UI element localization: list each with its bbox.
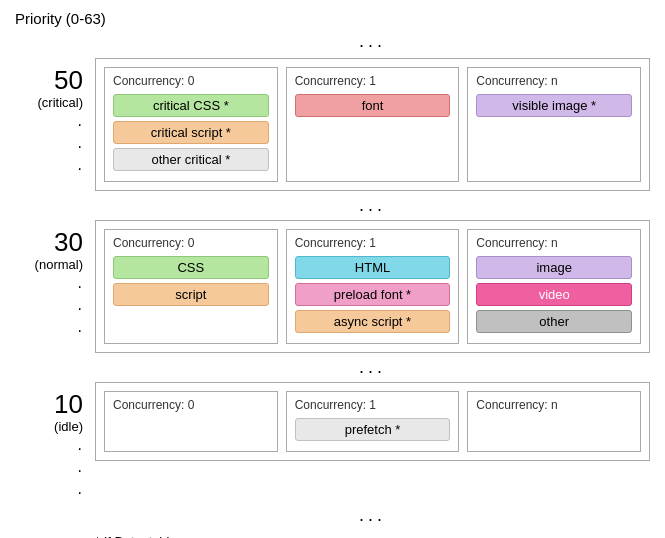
concurrency-label-critical-2: Concurrency: n <box>476 74 632 88</box>
resource-item-normal-2-2: other <box>476 310 632 333</box>
resource-item-critical-0-2: other critical * <box>113 148 269 171</box>
dots-header: ... <box>95 31 650 52</box>
resource-item-normal-1-0: HTML <box>295 256 451 279</box>
resource-item-normal-2-0: image <box>476 256 632 279</box>
resource-item-critical-0-0: critical CSS * <box>113 94 269 117</box>
concurrency-label-critical-0: Concurrency: 0 <box>113 74 269 88</box>
concurrency-col-idle-0: Concurrency: 0 <box>104 391 278 452</box>
concurrency-col-critical-1: Concurrency: 1font <box>286 67 460 182</box>
concurrency-label-critical-1: Concurrency: 1 <box>295 74 451 88</box>
priority-dots-critical: ... <box>15 110 83 177</box>
priority-name-idle: (idle) <box>15 419 83 434</box>
resource-item-normal-2-1: video <box>476 283 632 306</box>
priority-dots-normal: ... <box>15 272 83 339</box>
dots-between-1: ... <box>95 357 650 378</box>
priority-row-normal: 30(normal)...Concurrency: 0CSSscriptConc… <box>15 220 650 353</box>
concurrency-col-idle-1: Concurrency: 1prefetch * <box>286 391 460 452</box>
page-title: Priority (0-63) <box>15 10 650 27</box>
concurrency-label-idle-0: Concurrency: 0 <box>113 398 269 412</box>
resource-item-normal-0-1: script <box>113 283 269 306</box>
concurrency-col-normal-2: Concurrency: nimagevideoother <box>467 229 641 344</box>
concurrency-label-normal-0: Concurrency: 0 <box>113 236 269 250</box>
concurrency-label-normal-2: Concurrency: n <box>476 236 632 250</box>
concurrency-col-normal-0: Concurrency: 0CSSscript <box>104 229 278 344</box>
concurrency-col-critical-2: Concurrency: nvisible image * <box>467 67 641 182</box>
resource-item-critical-0-1: critical script * <box>113 121 269 144</box>
concurrency-col-critical-0: Concurrency: 0critical CSS *critical scr… <box>104 67 278 182</box>
priority-number-critical: 50 <box>15 66 83 95</box>
footnote: * If Detectable <box>95 534 650 538</box>
concurrency-col-idle-2: Concurrency: n <box>467 391 641 452</box>
priority-label-idle: 10(idle)... <box>15 382 95 501</box>
priority-number-normal: 30 <box>15 228 83 257</box>
priority-row-critical: 50(critical)...Concurrency: 0critical CS… <box>15 58 650 191</box>
priority-row-idle: 10(idle)...Concurrency: 0Concurrency: 1p… <box>15 382 650 501</box>
priority-dots-idle: ... <box>15 434 83 501</box>
concurrency-label-idle-2: Concurrency: n <box>476 398 632 412</box>
resource-item-normal-0-0: CSS <box>113 256 269 279</box>
group-box-normal: Concurrency: 0CSSscriptConcurrency: 1HTM… <box>95 220 650 353</box>
group-box-critical: Concurrency: 0critical CSS *critical scr… <box>95 58 650 191</box>
concurrency-col-normal-1: Concurrency: 1HTMLpreload font *async sc… <box>286 229 460 344</box>
priority-label-critical: 50(critical)... <box>15 58 95 177</box>
concurrency-label-normal-1: Concurrency: 1 <box>295 236 451 250</box>
priority-name-critical: (critical) <box>15 95 83 110</box>
priority-name-normal: (normal) <box>15 257 83 272</box>
group-box-idle: Concurrency: 0Concurrency: 1prefetch *Co… <box>95 382 650 461</box>
resource-item-idle-1-0: prefetch * <box>295 418 451 441</box>
priority-number-idle: 10 <box>15 390 83 419</box>
resource-item-normal-1-1: preload font * <box>295 283 451 306</box>
dots-footer: ... <box>95 505 650 526</box>
concurrency-label-idle-1: Concurrency: 1 <box>295 398 451 412</box>
resource-item-normal-1-2: async script * <box>295 310 451 333</box>
dots-between-0: ... <box>95 195 650 216</box>
priority-label-normal: 30(normal)... <box>15 220 95 339</box>
resource-item-critical-2-0: visible image * <box>476 94 632 117</box>
resource-item-critical-1-0: font <box>295 94 451 117</box>
